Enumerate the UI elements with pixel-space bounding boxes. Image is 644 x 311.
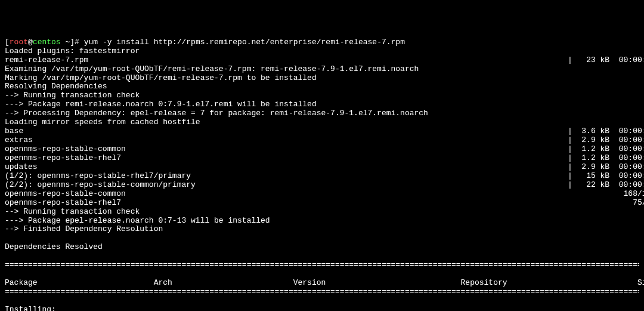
output-line: --> Running transaction check <box>5 207 140 216</box>
output-line: ---> Package remi-release.noarch 0:7.9-1… <box>5 100 317 109</box>
prompt-user: root <box>10 38 28 47</box>
output-line: Dependencies Resolved <box>5 242 103 251</box>
output-line: ---> Package epel-release.noarch 0:7-13 … <box>5 216 270 225</box>
prompt-host: centos <box>33 38 61 47</box>
output-line: Loaded plugins: fastestmirror <box>5 47 140 56</box>
table-section: Installing: <box>5 305 56 311</box>
divider-double: ========================================… <box>5 261 639 270</box>
output-line: --> Running transaction check <box>5 91 140 100</box>
command-input[interactable]: yum -y install http://rpms.remirepo.net/… <box>84 38 405 47</box>
repo-counts: opennms-repo-stable-common 168/168 openn… <box>5 189 644 207</box>
table-header-row: Package Arch Version Repository Size <box>5 278 644 287</box>
prompt-open: [ <box>5 38 10 47</box>
primary-downloads: (1/2): opennms-repo-stable-rhel7/primary… <box>5 171 644 189</box>
divider-double: ========================================… <box>5 288 639 297</box>
output-line: Loading mirror speeds from cached hostfi… <box>5 118 200 127</box>
output-line: --> Processing Dependency: epel-release … <box>5 109 428 118</box>
output-line: Marking /var/tmp/yum-root-QUObTF/remi-re… <box>5 73 317 82</box>
terminal-output: [root@centos ~]# yum -y install http://r… <box>5 38 639 311</box>
output-line: remi-release-7.rpm | 23 kB 00:00:01 <box>5 56 644 64</box>
repo-list: base | 3.6 kB 00:00:00 extras <box>5 127 644 171</box>
output-line: Examining /var/tmp/yum-root-QUObTF/remi-… <box>5 64 419 73</box>
output-line: Resolving Dependencies <box>5 82 107 91</box>
output-line: --> Finished Dependency Resolution <box>5 224 163 233</box>
